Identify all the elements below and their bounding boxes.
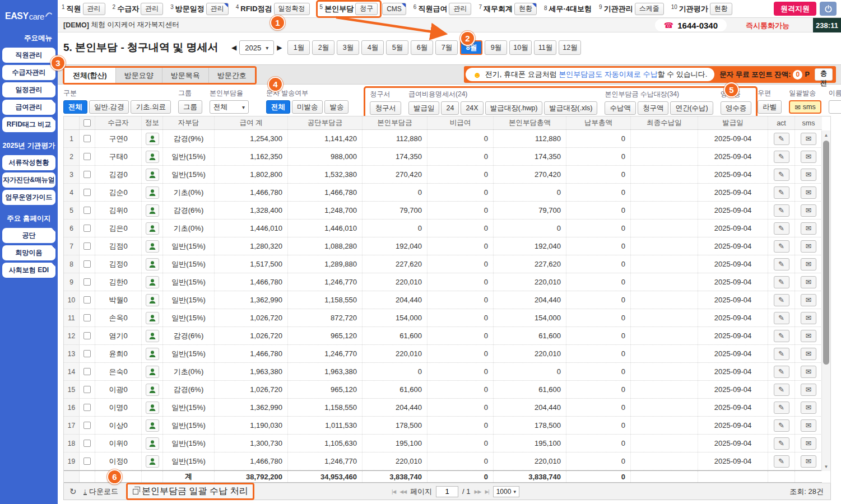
sms-button[interactable]: ✉: [801, 294, 816, 306]
nav-menu-4[interactable]: RFID점검: [240, 4, 272, 14]
nav-sub-button[interactable]: 관리: [206, 3, 229, 15]
row-checkbox[interactable]: [83, 207, 91, 214]
nav-sub-button[interactable]: 청구: [355, 3, 378, 15]
edit-button[interactable]: ✎: [774, 204, 789, 217]
bulk-process-button[interactable]: 본인부담금 일괄 수납 처리: [126, 483, 254, 500]
recipient-info-button[interactable]: [146, 455, 159, 468]
row-checkbox[interactable]: [83, 278, 91, 286]
scroll-down-icon[interactable]: ▼: [822, 462, 830, 471]
row-checkbox[interactable]: [83, 422, 91, 429]
nav-sub-button[interactable]: 일정확정: [274, 3, 310, 15]
nav-sub-button[interactable]: CMS: [382, 3, 406, 15]
rate-select[interactable]: 전체 ▾: [210, 100, 249, 114]
invoice-청구서[interactable]: 청구서: [370, 101, 401, 115]
phone-pill[interactable]: ☎ 1644-0340: [655, 19, 727, 31]
edit-button[interactable]: ✎: [774, 169, 789, 181]
edit-button[interactable]: ✎: [774, 437, 789, 450]
statement-24[interactable]: 24: [441, 101, 459, 115]
sidebar-item-직원관리[interactable]: 직원관리: [2, 48, 55, 63]
tab-방문목욕[interactable]: 방문목욕: [162, 68, 209, 83]
tab-방문요양[interactable]: 방문요양: [116, 68, 162, 83]
month-button-5월[interactable]: 5월: [386, 40, 408, 55]
recipient-info-button[interactable]: [146, 151, 159, 163]
statement-발급대장(.xls)[interactable]: 발급대장(.xls): [544, 101, 597, 115]
select-all-checkbox[interactable]: [83, 119, 91, 127]
name-input[interactable]: [829, 100, 841, 114]
row-checkbox[interactable]: [83, 332, 91, 339]
nav-menu-2[interactable]: 수급자: [117, 4, 139, 14]
charge-button[interactable]: 충전: [815, 68, 833, 81]
month-button-3월[interactable]: 3월: [337, 40, 359, 55]
edit-button[interactable]: ✎: [774, 312, 789, 324]
sidebar-item-급여관리[interactable]: 급여관리: [2, 100, 55, 115]
mail-label-button[interactable]: 라벨: [758, 100, 782, 114]
month-button-10월[interactable]: 10월: [509, 40, 532, 55]
tab-방문간호[interactable]: 방문간호: [209, 68, 255, 83]
row-checkbox[interactable]: [83, 386, 91, 393]
prev-page-button[interactable]: ◀◀: [399, 489, 406, 494]
edit-button[interactable]: ✎: [774, 384, 789, 396]
sms-button[interactable]: ✉: [801, 419, 816, 432]
row-checkbox[interactable]: [83, 260, 91, 268]
row-checkbox[interactable]: [83, 171, 91, 178]
row-checkbox[interactable]: [83, 314, 91, 321]
gubun-기초.의료[interactable]: 기초.의료: [131, 100, 170, 114]
sidebar-item-사회보험 EDI[interactable]: 사회보험 EDI: [2, 263, 55, 278]
scrollbar-thumb[interactable]: [823, 141, 829, 365]
sms-status-전체[interactable]: 전체: [266, 100, 290, 114]
month-button-1월[interactable]: 1월: [287, 40, 310, 55]
sidebar-item-일정관리[interactable]: 일정관리: [2, 82, 55, 97]
recipient-info-button[interactable]: [146, 330, 159, 342]
nav-menu-9[interactable]: 기관관리: [604, 4, 633, 14]
row-checkbox[interactable]: [83, 440, 91, 447]
recipient-info-button[interactable]: [146, 312, 159, 324]
nav-menu-5[interactable]: 본인부담: [324, 4, 354, 14]
sms-button[interactable]: ✉: [801, 240, 816, 253]
row-checkbox[interactable]: [83, 368, 91, 375]
month-button-7월[interactable]: 7월: [435, 40, 458, 55]
month-button-4월[interactable]: 4월: [361, 40, 384, 55]
sms-button[interactable]: ✉: [801, 402, 816, 414]
row-checkbox[interactable]: [83, 225, 91, 232]
tab-전체(합산)[interactable]: 전체(합산): [64, 68, 116, 83]
nav-menu-1[interactable]: 직원: [67, 4, 81, 14]
refresh-icon[interactable]: ↻: [69, 487, 77, 497]
month-button-11월[interactable]: 11월: [534, 40, 556, 55]
sms-button[interactable]: ✉: [801, 437, 816, 450]
recipient-info-button[interactable]: [146, 186, 159, 199]
sms-button[interactable]: ✉: [801, 455, 816, 468]
sms-button[interactable]: ✉: [801, 151, 816, 163]
prev-year-button[interactable]: ◀: [231, 44, 236, 52]
edit-button[interactable]: ✎: [774, 258, 789, 270]
autopay-notice[interactable]: ☻ 전기, 휴대폰 요금처럼 본인부담금도 자동이체로 수납할 수 있습니다.: [466, 68, 714, 81]
first-page-button[interactable]: |◀: [392, 489, 396, 494]
nav-menu-7[interactable]: 재무회계: [484, 4, 513, 14]
scroll-up-icon[interactable]: ▲: [822, 130, 830, 139]
download-button[interactable]: ↓ 다운로드: [83, 487, 119, 497]
sidebar-item-희망이음[interactable]: 희망이음: [2, 245, 55, 260]
nav-sub-button[interactable]: 관리: [83, 3, 105, 15]
nav-menu-3[interactable]: 방문일정: [175, 4, 205, 14]
page-input[interactable]: [436, 486, 458, 497]
recipient-info-button[interactable]: [146, 169, 159, 181]
edit-button[interactable]: ✎: [774, 240, 789, 253]
row-checkbox[interactable]: [83, 404, 91, 411]
sms-button[interactable]: ✉: [801, 222, 816, 235]
edit-button[interactable]: ✎: [774, 419, 789, 432]
group-button[interactable]: 그룹: [178, 100, 202, 114]
edit-button[interactable]: ✎: [774, 151, 789, 163]
nav-sub-button[interactable]: 현황: [514, 3, 537, 15]
recipient-info-button[interactable]: [146, 419, 159, 432]
statement-발급대장(.hwp)[interactable]: 발급대장(.hwp): [485, 101, 543, 115]
last-page-button[interactable]: ▶|: [485, 489, 489, 494]
edit-button[interactable]: ✎: [774, 133, 789, 145]
statement-발급일[interactable]: 발급일: [408, 101, 440, 115]
sms-button[interactable]: ✉: [801, 204, 816, 217]
recipient-info-button[interactable]: [146, 240, 159, 253]
nav-sub-button[interactable]: 현황: [710, 3, 732, 15]
month-button-12월[interactable]: 12월: [559, 40, 581, 55]
nav-menu-6[interactable]: 직원급여: [418, 4, 447, 14]
edit-button[interactable]: ✎: [774, 402, 789, 414]
row-checkbox[interactable]: [83, 153, 91, 160]
recipient-info-button[interactable]: [146, 384, 159, 396]
